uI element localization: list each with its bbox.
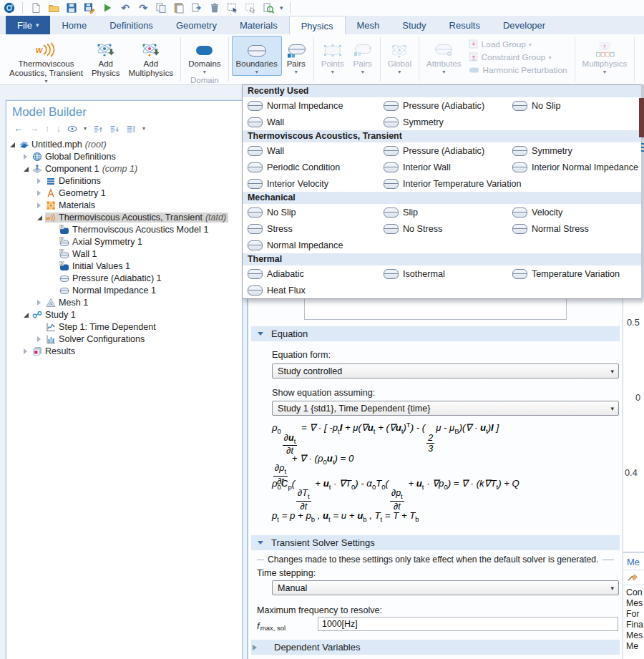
tree-collapsed-icon[interactable] (37, 298, 45, 308)
tree-node-geometry-1[interactable]: Geometry 1 (6, 187, 242, 199)
splitter-dots-icon[interactable] (641, 147, 644, 148)
delete-icon[interactable] (208, 1, 221, 14)
dependent-variables-header[interactable]: Dependent Variables (251, 640, 620, 655)
tab-geometry[interactable]: Geometry (165, 16, 228, 34)
tab-developer[interactable]: Developer (492, 16, 557, 34)
tree-node-mesh-1[interactable]: Mesh 1 (6, 296, 242, 308)
menu-item-no-slip[interactable]: No Slip (248, 208, 384, 218)
menu-item-no-stress[interactable]: No Stress (384, 224, 512, 234)
menu-item-interior-normal-impedance[interactable]: Interior Normal Impedance (512, 162, 642, 172)
tab-definitions[interactable]: Definitions (98, 16, 165, 34)
tab-home[interactable]: Home (50, 16, 98, 34)
menu-item-temperature-variation[interactable]: Temperature Variation (512, 269, 642, 279)
equation-form-select[interactable]: Study controlled ▾ (272, 363, 619, 379)
tree-node-axial-symmetry-1[interactable]: DAxial Symmetry 1 (6, 235, 242, 248)
tree-collapsed-icon[interactable] (24, 152, 31, 162)
move-down-icon[interactable]: ↓ (57, 124, 62, 134)
tab-study[interactable]: Study (391, 16, 437, 34)
deselect-icon[interactable] (244, 1, 257, 14)
menu-item-velocity[interactable]: Velocity (512, 208, 642, 218)
new-file-icon[interactable] (29, 1, 42, 14)
tree-expanded-icon[interactable] (37, 213, 45, 223)
tree-node-global-definitions[interactable]: Global Definitions (6, 150, 242, 162)
select-box-icon[interactable] (226, 1, 239, 14)
undo-icon[interactable]: ↶ (119, 1, 132, 14)
back-icon[interactable]: ← (14, 124, 23, 134)
add-physicsbutton[interactable]: Add Physics (87, 36, 125, 85)
tree-node-thermoviscous-acoustics-transient[interactable]: wThermoviscous Acoustics, Transient (tat… (6, 211, 242, 223)
tree-collapsed-icon[interactable] (37, 188, 45, 198)
show-equation-select[interactable]: Study 1 {std1}, Time Dependent {time} ▾ (272, 401, 619, 416)
tree-collapsed-icon[interactable] (37, 200, 45, 210)
tree-node-thermoviscous-acoustics-model-1[interactable]: DThermoviscous Acoustics Model 1 (6, 223, 242, 235)
tab-results[interactable]: Results (438, 16, 492, 34)
menu-item-interior-temperature-variation[interactable]: Interior Temperature Variation (384, 179, 512, 189)
paste-icon[interactable] (172, 1, 185, 14)
duplicate-icon[interactable] (190, 1, 203, 14)
forward-icon[interactable]: → (29, 124, 39, 134)
tree-node-untitled-mph[interactable]: Untitled.mph (root) (6, 138, 242, 150)
menu-item-interior-wall[interactable]: Interior Wall (384, 162, 512, 172)
menu-item-symmetry[interactable]: Symmetry (512, 146, 642, 156)
menu-item-normal-impedance[interactable]: Normal Impedance (248, 101, 384, 111)
show-icon[interactable] (67, 124, 77, 134)
dropdown-caret-icon[interactable]: ▾ (280, 4, 283, 11)
tree-node-definitions[interactable]: Definitions (6, 175, 242, 187)
tree-node-step-1-time-dependent[interactable]: Step 1: Time Dependent (6, 321, 242, 333)
expand-all-icon[interactable] (109, 124, 119, 134)
tree-node-component-1[interactable]: Component 1 (comp 1) (6, 162, 242, 175)
collapse-all-icon[interactable] (93, 124, 103, 134)
tree-collapsed-icon[interactable] (37, 176, 45, 186)
menu-item-pressure-adiabatic-[interactable]: Pressure (Adiabatic) (384, 146, 512, 156)
tree-expanded-icon[interactable] (24, 310, 31, 320)
menu-item-wall[interactable]: Wall (248, 117, 384, 127)
menu-item-symmetry[interactable]: Symmetry (384, 117, 512, 127)
transient-solver-settings-header[interactable]: Transient Solver Settings (251, 535, 620, 550)
tree-expanded-icon[interactable] (10, 140, 18, 150)
domainsbutton[interactable]: Domains▾ (184, 36, 225, 76)
splitter-dots-icon[interactable] (641, 143, 644, 145)
menu-item-isothermal[interactable]: Isothermal (384, 269, 512, 279)
go-to-node-icon[interactable] (126, 124, 136, 134)
add-multiphysicsbutton[interactable]: Add Multiphysics (125, 36, 178, 85)
menu-item-normal-impedance[interactable]: Normal Impedance (248, 240, 384, 250)
menu-item-heat-flux[interactable]: Heat Flux (248, 285, 384, 296)
tree-node-pressure-adiabatic-1[interactable]: Pressure (Adiabatic) 1 (6, 272, 242, 284)
tree-expanded-icon[interactable] (24, 164, 31, 174)
tab-physics[interactable]: Physics (289, 16, 346, 35)
pairsbutton[interactable]: Pairs▾ (282, 36, 311, 76)
menu-item-normal-stress[interactable]: Normal Stress (512, 224, 642, 234)
menu-item-pressure-adiabatic-[interactable]: Pressure (Adiabatic) (384, 101, 512, 111)
tree-node-wall-1[interactable]: DWall 1 (6, 248, 242, 260)
clear-messages-icon[interactable] (626, 570, 639, 585)
save-as-icon[interactable] (83, 1, 96, 14)
menu-item-stress[interactable]: Stress (248, 224, 384, 234)
tree-collapsed-icon[interactable] (37, 334, 45, 344)
move-up-icon[interactable]: ↑ (45, 124, 50, 134)
redo-icon[interactable]: ↷ (137, 1, 150, 14)
menu-item-slip[interactable]: Slip (384, 208, 512, 218)
tree-node-solver-configurations[interactable]: Solver Configurations (6, 333, 242, 345)
file-menu-button[interactable]: File ▾ (6, 16, 50, 34)
tree-node-materials[interactable]: Materials (6, 199, 242, 211)
menu-item-wall[interactable]: Wall (248, 146, 384, 156)
menu-item-periodic-condition[interactable]: Periodic Condition (248, 162, 384, 172)
menu-item-interior-velocity[interactable]: Interior Velocity (248, 179, 384, 189)
thermoviscous-acoustics-transientbutton[interactable]: wThermoviscous Acoustics, Transient▾ (5, 36, 87, 85)
menu-item-adiabatic[interactable]: Adiabatic (248, 269, 384, 279)
max-frequency-input[interactable] (318, 617, 618, 631)
splitter-dots-icon[interactable] (641, 150, 644, 152)
caret[interactable]: ▾ (142, 124, 145, 134)
equation-section-header[interactable]: Equation (251, 326, 620, 341)
tree-node-study-1[interactable]: Study 1 (6, 308, 242, 321)
caret[interactable]: ▾ (84, 124, 87, 134)
run-icon[interactable] (101, 1, 114, 14)
tree-node-normal-impedance-1[interactable]: Normal Impedance 1 (6, 284, 242, 296)
boundariesbutton[interactable]: Boundaries▾ (232, 36, 282, 76)
tree-collapsed-icon[interactable] (24, 346, 31, 356)
tree-node-results[interactable]: Results (6, 345, 242, 357)
time-stepping-select[interactable]: Manual ▾ (272, 580, 619, 595)
tab-mesh[interactable]: Mesh (346, 16, 391, 34)
open-icon[interactable] (47, 1, 60, 14)
zoom-selected-icon[interactable] (262, 1, 275, 14)
